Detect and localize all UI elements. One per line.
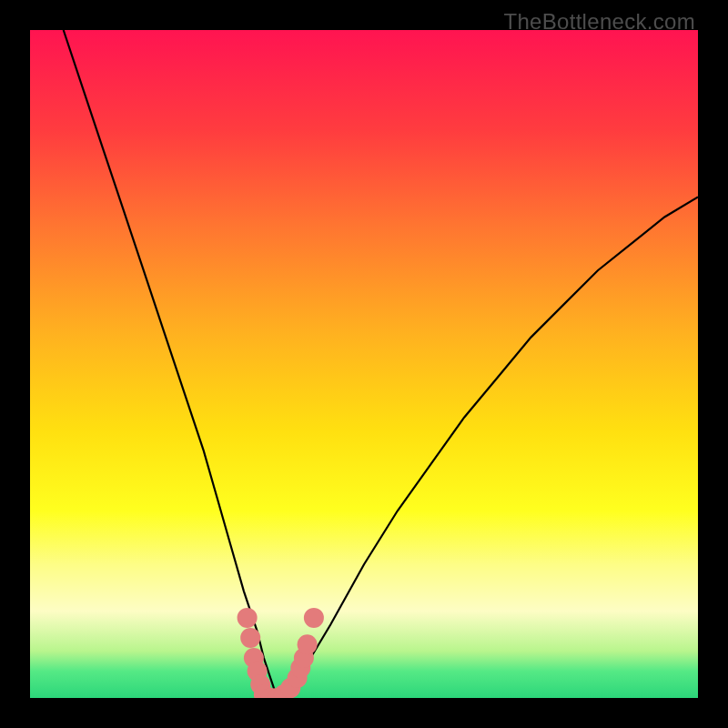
curve-layer	[30, 30, 698, 698]
marker-dot	[298, 634, 318, 654]
chart-frame: TheBottleneck.com	[0, 0, 728, 728]
plot-area	[30, 30, 698, 698]
bottleneck-curve-path	[64, 30, 698, 698]
highlight-markers	[238, 608, 324, 698]
bottleneck-curve	[64, 30, 698, 698]
watermark-text: TheBottleneck.com	[503, 9, 695, 35]
marker-dot	[304, 608, 324, 628]
marker-dot	[240, 628, 260, 648]
marker-dot	[238, 608, 258, 628]
